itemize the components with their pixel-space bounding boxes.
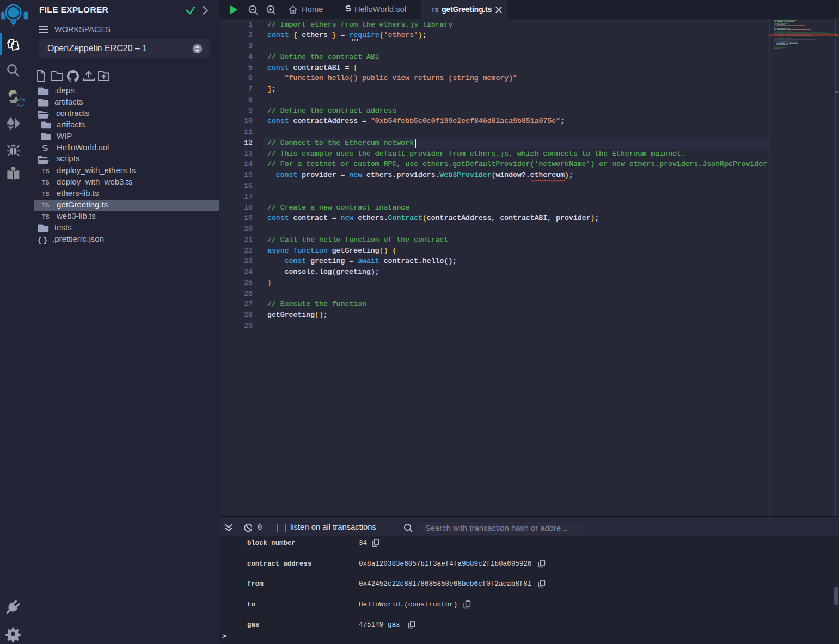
svg-text:TS: TS — [42, 179, 49, 186]
svg-text:S: S — [42, 143, 49, 153]
svg-text:TS: TS — [42, 213, 49, 220]
svg-text:TS: TS — [42, 191, 49, 197]
svg-text:TS: TS — [42, 202, 49, 208]
svg-text:TS: TS — [42, 168, 49, 174]
svg-text:{ }: { } — [38, 236, 47, 244]
